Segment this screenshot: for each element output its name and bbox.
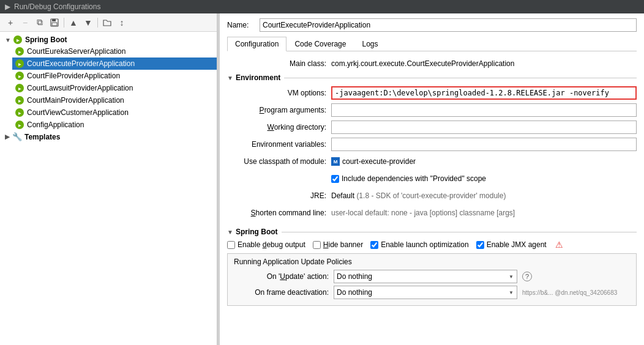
launch-optimization-item: Enable launch optimization [370, 240, 468, 249]
spring-boot-group-icon [13, 35, 22, 44]
on-frame-deactivation-select[interactable]: Do nothing Update classes and resources … [334, 286, 517, 299]
jmx-agent-label: Enable JMX agent [487, 240, 547, 249]
environment-section: ▼ Environment VM options: Program argume… [227, 73, 637, 223]
vm-options-input[interactable] [331, 86, 637, 100]
jmx-agent-checkbox[interactable] [476, 241, 484, 249]
working-dir-input[interactable] [331, 121, 637, 134]
jre-label: JRE: [227, 191, 331, 200]
sb-icon-view [15, 108, 24, 117]
environment-label: Environment [236, 73, 280, 82]
tree-item-court-execute[interactable]: CourtExecuteProviderApplication [12, 58, 217, 70]
folder-button[interactable] [100, 16, 114, 29]
name-row: Name: [227, 18, 637, 32]
court-eureka-icon [15, 46, 24, 56]
working-dir-label: Working directory: [227, 123, 331, 132]
classpath-row: Use classpath of module: M court-execute… [227, 154, 637, 169]
environment-arrow: ▼ [227, 75, 233, 81]
toolbar-separator [64, 18, 64, 28]
on-update-label: On 'Update' action: [234, 272, 329, 281]
templates-label: Templates [24, 133, 60, 141]
add-button[interactable]: + [4, 16, 17, 29]
tree-item-court-view[interactable]: CourtViewCustomerApplication [12, 106, 217, 119]
spring-boot-group-label: Spring Boot [25, 35, 67, 44]
program-args-value [331, 103, 637, 117]
copy-button[interactable]: ⧉ [33, 16, 47, 29]
toolbar-separator-2 [97, 18, 98, 28]
include-deps-value: Include dependencies with "Provided" sco… [331, 174, 637, 183]
environment-line [284, 78, 637, 78]
env-vars-input[interactable] [331, 138, 637, 151]
spring-boot-group: ▼ Spring Boot CourtEurekaServerApplicati… [0, 34, 217, 131]
spring-boot-section-label: Spring Boot [236, 228, 278, 236]
down-button[interactable]: ▼ [81, 16, 95, 29]
title-bar-text: Run/Debug Configurations [14, 2, 100, 11]
classpath-value: M court-execute-provider [331, 157, 637, 166]
tree-item-court-main[interactable]: CourtMainProviderApplication [12, 94, 217, 106]
debug-output-item: Enable debug output [227, 240, 305, 249]
tree-item-court-eureka[interactable]: CourtEurekaServerApplication [12, 45, 217, 58]
program-args-input[interactable] [331, 103, 637, 117]
tab-logs[interactable]: Logs [354, 37, 386, 51]
launch-optimization-checkbox[interactable] [370, 241, 378, 249]
spring-boot-children: CourtEurekaServerApplication CourtExecut… [0, 45, 217, 131]
svg-rect-1 [52, 19, 56, 21]
main-class-value: com.yrkj.court.execute.CourtExecuteProvi… [331, 59, 637, 68]
module-icon: M [331, 157, 340, 166]
jmx-agent-item: Enable JMX agent [476, 240, 547, 249]
launch-optimization-label: Enable launch optimization [381, 240, 468, 249]
templates-wrench-icon: 🔧 [12, 132, 22, 141]
templates-arrow: ▶ [5, 133, 10, 140]
include-deps-label: Include dependencies with "Provided" sco… [342, 174, 486, 183]
main-container: + − ⧉ ▲ ▼ ↕ [0, 13, 644, 345]
debug-output-checkbox[interactable] [227, 241, 235, 249]
vm-options-label: VM options: [227, 89, 331, 97]
program-args-label: Program arguments: [227, 106, 331, 114]
spring-boot-section-line [282, 232, 637, 232]
title-bar: ▶ Run/Debug Configurations [0, 0, 644, 13]
up-button[interactable]: ▲ [67, 16, 80, 29]
remove-button[interactable]: − [18, 16, 32, 29]
sort-button[interactable]: ↕ [115, 16, 129, 29]
on-update-row: On 'Update' action: Do nothing Update cl… [234, 270, 630, 283]
on-update-help-icon[interactable]: ? [522, 272, 532, 281]
hide-banner-checkbox[interactable] [313, 241, 321, 249]
tree-item-court-lawsuit[interactable]: CourtLawsuitProviderApplication [12, 82, 217, 94]
include-deps-checkbox[interactable] [331, 175, 339, 183]
jre-detail-text: (1.8 - SDK of 'court-execute-provider' m… [356, 191, 506, 200]
watermark-area: https://b&... @dn.net/qq_34206683 [522, 289, 617, 296]
on-frame-select-wrapper: Do nothing Update classes and resources … [334, 286, 517, 299]
tree-item-config[interactable]: ConfigApplication [12, 119, 217, 131]
vm-options-value [331, 86, 637, 100]
config-label: ConfigApplication [27, 121, 84, 129]
sb-icon-eureka [15, 47, 24, 56]
tab-code-coverage[interactable]: Code Coverage [286, 37, 354, 51]
on-frame-deactivation-row: On frame deactivation: Do nothing Update… [234, 286, 630, 299]
debug-output-label: Enable debug output [238, 240, 305, 249]
main-class-row: Main class: com.yrkj.court.execute.Court… [227, 56, 637, 71]
classpath-label: Use classpath of module: [227, 157, 331, 166]
court-file-label: CourtFileProviderApplication [27, 72, 120, 80]
hide-banner-item: Hide banner [313, 240, 363, 249]
right-panel: Name: Configuration Code Coverage Logs M… [220, 13, 644, 345]
warning-icon: ⚠ [555, 240, 563, 250]
shorten-cmd-row: Shorten command line: user-local default… [227, 206, 637, 220]
tree-area: ▼ Spring Boot CourtEurekaServerApplicati… [0, 32, 217, 345]
sb-icon-lawsuit [15, 84, 24, 92]
on-update-select[interactable]: Do nothing Update classes and resources … [334, 270, 517, 283]
vm-options-row: VM options: [227, 86, 637, 100]
save-button[interactable] [48, 16, 61, 29]
title-bar-icon: ▶ [5, 2, 10, 11]
hide-banner-label: Hide banner [323, 240, 363, 249]
templates-group[interactable]: ▶ 🔧 Templates [0, 131, 217, 143]
tree-item-court-file[interactable]: CourtFileProviderApplication [12, 70, 217, 82]
name-label: Name: [227, 21, 255, 29]
court-main-label: CourtMainProviderApplication [27, 96, 124, 105]
court-lawsuit-label: CourtLawsuitProviderApplication [27, 84, 133, 92]
env-vars-label: Environment variables: [227, 140, 331, 149]
name-input[interactable] [260, 18, 637, 32]
tab-configuration[interactable]: Configuration [227, 37, 286, 51]
spring-boot-group-header[interactable]: ▼ Spring Boot [0, 34, 217, 45]
court-view-icon [15, 108, 24, 117]
spring-boot-section: ▼ Spring Boot Enable debug output Hide b… [227, 228, 637, 306]
sb-icon-main [15, 96, 24, 105]
